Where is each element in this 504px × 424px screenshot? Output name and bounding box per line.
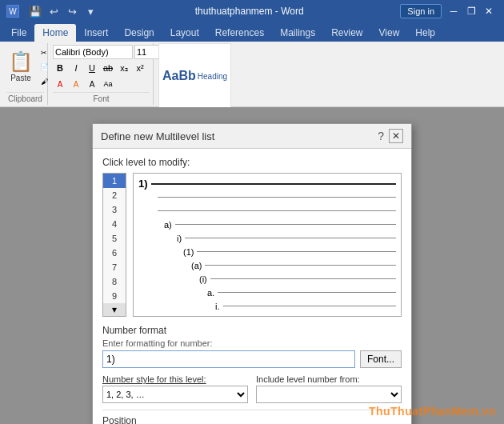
style-row: Number style for this level: 1, 2, 3, … … [102, 374, 402, 403]
close-button[interactable]: ✕ [480, 0, 498, 22]
ribbon: 📋 Paste ✂ 📄 🖌 Clipboard B I U ab x₂ [0, 42, 504, 107]
tab-file[interactable]: File [3, 24, 34, 42]
level-list: 1 2 3 4 5 6 7 8 9 ▾ [102, 173, 126, 317]
preview-line-5: i) [177, 231, 396, 245]
preview-line-4: a) [164, 218, 396, 231]
preview-line-10: i. [215, 299, 396, 313]
highlight-button[interactable]: A [85, 77, 99, 91]
level-scroll-down[interactable]: ▾ [103, 303, 126, 316]
sign-in-button[interactable]: Sign in [400, 4, 442, 18]
preview-line-3 [154, 204, 396, 218]
preview-rule-6 [197, 251, 396, 252]
preview-text-9: a. [207, 288, 214, 298]
tab-design[interactable]: Design [116, 24, 162, 42]
tab-review[interactable]: Review [323, 24, 370, 42]
font-name-input[interactable] [53, 45, 133, 59]
heading-label: Heading [198, 72, 227, 81]
minimize-button[interactable]: ─ [445, 0, 462, 22]
preview-line-2 [154, 190, 396, 204]
preview-rule-8 [210, 278, 396, 279]
include-level-label: Include level number from: [256, 374, 402, 384]
preview-text-7: (a) [191, 261, 202, 270]
dialog-close-button[interactable]: ✕ [389, 129, 403, 143]
window-controls: ─ ❐ ✕ [445, 0, 498, 22]
tab-mailings[interactable]: Mailings [272, 24, 323, 42]
clipboard-label: Clipboard [6, 92, 44, 103]
save-button[interactable]: 💾 [27, 4, 43, 18]
level-item-9[interactable]: 9 [103, 289, 126, 303]
preview-rule-10 [223, 306, 397, 306]
preview-rule-5 [185, 238, 396, 238]
undo-button[interactable]: ↩ [46, 4, 62, 18]
font-format-row: B I U ab x₂ x² [53, 61, 150, 75]
clipboard-group: 📋 Paste ✂ 📄 🖌 Clipboard [3, 43, 48, 105]
font-group: B I U ab x₂ x² A A A Aa Font [50, 43, 154, 105]
level-item-6[interactable]: 6 [103, 246, 126, 260]
preview-text-6: (1) [183, 247, 194, 257]
number-format-section: Number format Enter formatting for numbe… [102, 325, 402, 368]
number-style-select[interactable]: 1, 2, 3, … [102, 386, 248, 403]
font-button[interactable]: Font... [360, 350, 402, 368]
superscript-button[interactable]: x² [133, 61, 147, 75]
click-level-label: Click level to modify: [102, 157, 402, 168]
font-highlight-row: A A A Aa [53, 77, 150, 91]
preview-line-9: a. [207, 286, 396, 299]
number-style-col: Number style for this level: 1, 2, 3, … [102, 374, 248, 403]
dialog-titlebar: Define new Multilevel list ? ✕ [93, 124, 411, 149]
define-multilevel-dialog: Define new Multilevel list ? ✕ Click lev… [92, 123, 412, 424]
help-icon[interactable]: ? [378, 130, 384, 142]
level-item-4[interactable]: 4 [103, 217, 126, 231]
paste-icon: 📋 [9, 50, 33, 73]
tab-home[interactable]: Home [34, 24, 76, 42]
level-item-1[interactable]: 1 [103, 174, 126, 188]
title-bar-right: Sign in ─ ❐ ✕ [400, 0, 498, 22]
font-color-button[interactable]: A [69, 77, 83, 91]
preview-text-4: a) [164, 220, 172, 230]
number-style-label: Number style for this level: [102, 374, 248, 384]
dialog-title: Define new Multilevel list [101, 130, 214, 142]
tab-layout[interactable]: Layout [162, 24, 207, 42]
preview-rule-3 [158, 210, 396, 211]
include-level-col: Include level number from: [256, 374, 402, 403]
preview-text-5: i) [177, 234, 182, 243]
preview-line-7: (a) [191, 258, 396, 272]
preview-line-8: (i) [199, 272, 396, 286]
restore-button[interactable]: ❐ [462, 0, 480, 22]
subscript-button[interactable]: x₂ [117, 61, 131, 75]
level-preview-row: 1 2 3 4 5 6 7 8 9 ▾ 1) [102, 173, 402, 317]
preview-text-8: (i) [199, 274, 207, 284]
paste-label: Paste [10, 74, 31, 82]
bold-button[interactable]: B [53, 61, 67, 75]
tab-help[interactable]: Help [407, 24, 443, 42]
customize-button[interactable]: ▾ [82, 4, 98, 18]
heading-preview-area: AaBb Heading [158, 43, 231, 109]
preview-area: 1) a) i) [133, 173, 402, 317]
include-level-select[interactable] [256, 386, 402, 403]
preview-rule-9 [218, 292, 396, 293]
title-bar: W 💾 ↩ ↪ ▾ thuthuatphanmem - Word Sign in… [0, 0, 504, 22]
level-item-2[interactable]: 2 [103, 188, 126, 202]
underline-button[interactable]: U [85, 61, 99, 75]
number-format-input[interactable] [102, 350, 355, 368]
level-item-3[interactable]: 3 [103, 202, 126, 217]
change-case-button[interactable]: Aa [101, 77, 115, 91]
tab-references[interactable]: References [207, 24, 272, 42]
paste-button[interactable]: 📋 Paste [6, 45, 35, 88]
level-item-5[interactable]: 5 [103, 231, 126, 246]
tab-insert[interactable]: Insert [76, 24, 116, 42]
level-item-7[interactable]: 7 [103, 260, 126, 274]
font-size-input[interactable] [134, 45, 160, 59]
redo-button[interactable]: ↪ [64, 4, 80, 18]
app-title: thuthuatphanmem - Word [98, 6, 400, 17]
quick-access-toolbar: 💾 ↩ ↪ ▾ [27, 4, 98, 18]
text-effects-button[interactable]: A [53, 77, 67, 91]
tab-view[interactable]: View [371, 24, 408, 42]
preview-rule-1 [151, 183, 396, 185]
strikethrough-button[interactable]: ab [101, 61, 115, 75]
italic-button[interactable]: I [69, 61, 83, 75]
preview-line-6: (1) [183, 245, 396, 258]
level-item-8[interactable]: 8 [103, 274, 126, 289]
clipboard-section: 📋 Paste ✂ 📄 🖌 [6, 45, 44, 88]
preview-rule-7 [205, 265, 396, 266]
preview-line-1: 1) [138, 177, 396, 190]
